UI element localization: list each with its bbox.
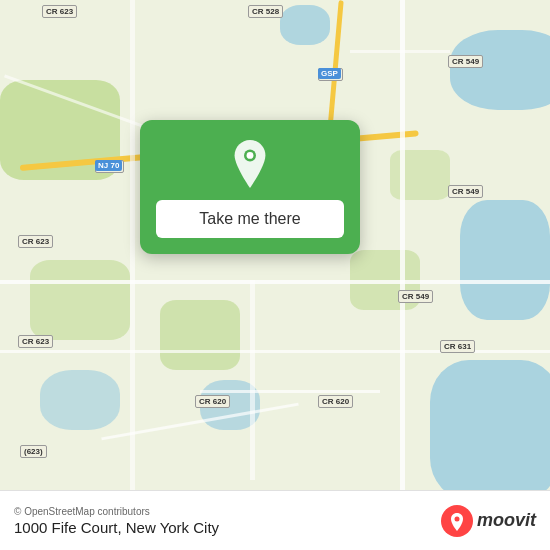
road-label-cr620-left: CR 620 — [195, 395, 230, 408]
location-info: © OpenStreetMap contributors 1000 Fife C… — [14, 506, 219, 536]
road-label-cr549-mid: CR 549 — [448, 185, 483, 198]
road-label-cr528: CR 528 — [248, 5, 283, 18]
water-body — [430, 360, 550, 490]
location-name: 1000 Fife Court, New York City — [14, 519, 219, 536]
moovit-m-icon — [441, 505, 473, 537]
location-card: Take me there — [140, 120, 360, 254]
road-label-gsp: GSP — [318, 68, 341, 79]
road-label-cr620-right: CR 620 — [318, 395, 353, 408]
water-body — [280, 5, 330, 45]
road — [200, 390, 380, 393]
water-body — [460, 200, 550, 320]
svg-point-2 — [454, 516, 459, 521]
road-label-cr631: CR 631 — [440, 340, 475, 353]
road — [350, 50, 450, 53]
moovit-logo: moovit — [441, 505, 536, 537]
road-label-nj70: NJ 70 — [95, 160, 122, 171]
road — [400, 0, 405, 490]
map-attribution: © OpenStreetMap contributors — [14, 506, 219, 517]
road-label-cr623-top: CR 623 — [42, 5, 77, 18]
moovit-pin-icon — [447, 511, 467, 531]
road — [250, 280, 255, 480]
road-label-cr623-mid: CR 623 — [18, 235, 53, 248]
water-body — [40, 370, 120, 430]
road-label-cr623-bot: CR 623 — [18, 335, 53, 348]
road — [0, 280, 550, 284]
road — [130, 0, 135, 490]
park-area — [160, 300, 240, 370]
road-label-cr549-bot: CR 549 — [398, 290, 433, 303]
park-area — [390, 150, 450, 200]
svg-point-1 — [247, 152, 254, 159]
road-label-cr623-label: (623) — [20, 445, 47, 458]
park-area — [30, 260, 130, 340]
bottom-bar: © OpenStreetMap contributors 1000 Fife C… — [0, 490, 550, 550]
take-me-there-button[interactable]: Take me there — [156, 200, 344, 238]
map-pin-icon — [226, 140, 274, 188]
map: NJ 70GSPCR 623CR 528CR 549CR 549CR 623CR… — [0, 0, 550, 490]
water-body — [450, 30, 550, 110]
road-label-cr549-top: CR 549 — [448, 55, 483, 68]
moovit-brand-text: moovit — [477, 510, 536, 531]
